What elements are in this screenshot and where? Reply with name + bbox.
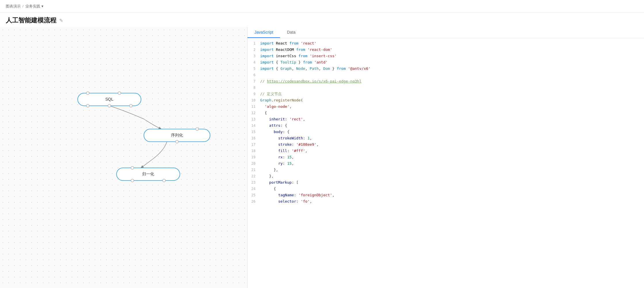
code-line-11: 11 'algo-node', [247,104,644,110]
breadcrumb-current[interactable]: 业务实践 ▾ [25,4,43,9]
code-line-5: 5 import { Graph, Node, Path, Dom } from… [247,66,644,72]
node-normalize[interactable]: 归一化 [117,166,180,182]
code-line-7: 7 // https://codesandbox.io/s/x6-pai-edg… [247,78,644,85]
code-line-9: 9 // 定义节点 [247,91,644,97]
code-line-6: 6 [247,72,644,78]
port-sql-top-left[interactable] [86,92,89,95]
code-tabs: JavaScript Data [247,27,644,38]
code-line-21: 21 }, [247,167,644,173]
node-sql[interactable]: SQL [78,92,141,107]
breadcrumb: 图表演示 / 业务实践 ▾ [6,4,43,9]
diagram-panel[interactable]: SQL 序列化 [0,27,247,288]
svg-text:归一化: 归一化 [142,172,154,176]
code-line-19: 19 rx: 15, [247,154,644,161]
code-line-26: 26 selector: 'fo', [247,199,644,205]
tab-javascript[interactable]: JavaScript [247,27,280,38]
port-normalize-bottom-right[interactable] [163,179,165,182]
code-editor[interactable]: 1 import React from 'react' 2 import Rea… [247,38,644,288]
port-normalize-top-left[interactable] [131,166,134,169]
code-panel: JavaScript Data 1 import React from 'rea… [247,27,644,288]
code-line-23: 23 portMarkup: [ [247,180,644,186]
svg-text:序列化: 序列化 [171,133,183,137]
code-line-2: 2 import ReactDOM from 'react-dom' [247,47,644,53]
code-line-22: 22 }, [247,173,644,180]
code-line-16: 16 strokeWidth: 1, [247,135,644,142]
code-line-20: 20 ry: 15, [247,161,644,167]
port-sql-bottom-center[interactable] [108,104,111,107]
code-line-13: 13 inherit: 'rect', [247,116,644,123]
code-line-8: 8 [247,85,644,91]
code-line-14: 14 attrs: { [247,123,644,129]
code-line-24: 24 { [247,186,644,192]
code-line-18: 18 fill: '#fff', [247,148,644,154]
port-serialize-top-right[interactable] [196,128,199,130]
diagram-svg: SQL 序列化 [0,27,247,288]
code-line-1: 1 import React from 'react' [247,41,644,47]
code-line-25: 25 tagName: 'foreignObject', [247,192,644,199]
port-sql-bottom-right[interactable] [129,104,132,107]
header: 图表演示 / 业务实践 ▾ [0,0,644,13]
code-line-4: 4 import { Tooltip } from 'antd' [247,59,644,66]
edit-icon[interactable]: ✎ [59,18,63,23]
code-line-3: 3 import insertCss from 'insert-css' [247,53,644,59]
chevron-down-icon: ▾ [41,4,43,8]
breadcrumb-separator: / [22,4,24,8]
title-bar: 人工智能建模流程 ✎ [0,13,644,27]
page-title: 人工智能建模流程 [6,16,56,25]
tab-data[interactable]: Data [280,27,302,38]
node-serialize[interactable]: 序列化 [144,128,210,143]
code-line-10: 10 Graph.registerNode( [247,97,644,104]
port-sql-top-right[interactable] [118,92,121,95]
code-line-15: 15 body: { [247,129,644,135]
port-sql-bottom-left[interactable] [86,104,89,107]
svg-text:SQL: SQL [105,97,113,101]
breadcrumb-root[interactable]: 图表演示 [6,4,21,9]
main-content: SQL 序列化 [0,27,644,288]
edge-serialize-normalize [141,142,167,168]
edge-sql-serialize [109,106,161,129]
code-line-17: 17 stroke: '#108ee9', [247,142,644,148]
code-line-12: 12 { [247,110,644,116]
port-normalize-bottom-left[interactable] [131,179,134,182]
port-serialize-bottom[interactable] [176,140,178,143]
